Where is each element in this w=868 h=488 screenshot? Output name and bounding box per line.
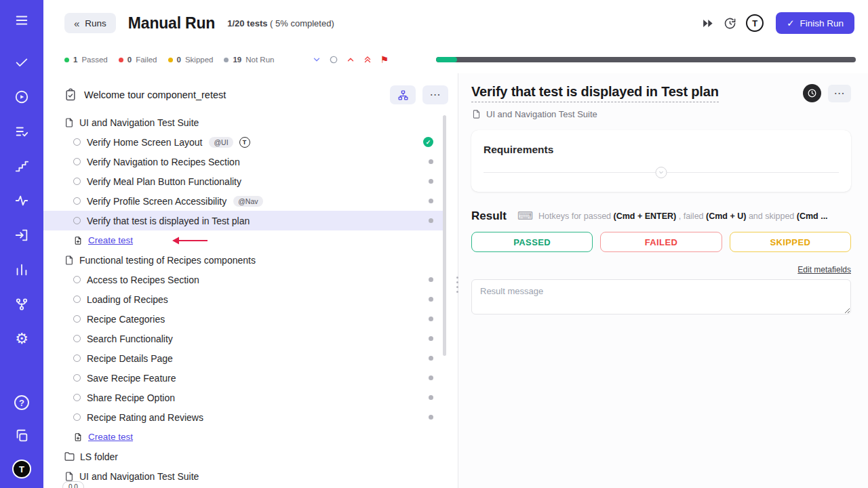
requirements-heading: Requirements bbox=[484, 144, 839, 156]
test-label: Save Recipe Feature bbox=[87, 373, 176, 384]
file-icon bbox=[64, 117, 75, 128]
sign-in-icon[interactable] bbox=[12, 226, 31, 245]
failed-dot-icon bbox=[119, 58, 123, 62]
create-test-link[interactable]: Create test bbox=[88, 235, 133, 245]
keyboard-icon: ⌨ bbox=[517, 211, 533, 222]
create-test-row[interactable]: Create test bbox=[43, 230, 443, 250]
failed-button[interactable]: FAILED bbox=[600, 232, 722, 252]
hotkeys-failed-combo: (Cmd + U) bbox=[706, 211, 746, 221]
suite-row[interactable]: Functional testing of Recipes components bbox=[43, 250, 443, 270]
test-circle-icon bbox=[73, 138, 81, 146]
test-label: Recipe Details Page bbox=[87, 353, 173, 364]
play-circle-icon[interactable] bbox=[12, 87, 31, 106]
folder-row[interactable]: LS folder bbox=[43, 447, 443, 466]
skipped-count: 0 bbox=[177, 56, 181, 64]
list-check-icon[interactable] bbox=[12, 122, 31, 141]
test-row[interactable]: Recipe Rating and Reviews bbox=[43, 407, 443, 427]
suite-row[interactable]: UI and Navigation Test Suite bbox=[43, 466, 443, 486]
legend-failed: 0 Failed bbox=[119, 56, 157, 64]
chevrons-up-icon[interactable] bbox=[363, 55, 372, 64]
finish-run-button[interactable]: ✓ Finish Run bbox=[776, 12, 854, 34]
detail-suite-name: UI and Navigation Test Suite bbox=[486, 109, 597, 119]
suite-title: UI and Navigation Test Suite bbox=[79, 117, 199, 128]
result-message-input[interactable] bbox=[471, 279, 851, 314]
back-to-runs-button[interactable]: « Runs bbox=[64, 13, 116, 33]
automation-badge-icon: T bbox=[239, 137, 250, 148]
suite-title: Functional testing of Recipes components bbox=[79, 255, 256, 266]
test-row-selected[interactable]: Verify that test is displayed in Test pl… bbox=[43, 211, 443, 230]
panel-resize-handle[interactable] bbox=[456, 277, 458, 293]
notrun-count: 19 bbox=[233, 56, 241, 64]
tests-fraction: 1/20 tests bbox=[227, 18, 267, 28]
test-row[interactable]: Recipe Details Page bbox=[43, 348, 443, 368]
test-row[interactable]: Search Functionality bbox=[43, 329, 443, 348]
gear-icon[interactable]: ⚙ bbox=[12, 329, 31, 348]
test-detail-title[interactable]: Verify that test is displayed in Test pl… bbox=[471, 84, 719, 102]
test-row[interactable]: Verify Profile Screen Accessibility @Nav bbox=[43, 191, 443, 211]
passed-check-icon: ✓ bbox=[423, 137, 433, 147]
create-test-link[interactable]: Create test bbox=[88, 432, 133, 442]
check-icon[interactable] bbox=[12, 53, 31, 72]
tree-scrollbar[interactable] bbox=[443, 115, 446, 356]
app: ⚙ ? T « Runs Manual Run 1/20 tests ( 5% … bbox=[0, 0, 868, 488]
test-row[interactable]: Verify Meal Plan Button Functionality bbox=[43, 171, 443, 191]
content: Welcome tour component_retest ⋯ UI and N… bbox=[43, 73, 868, 488]
file-plus-icon bbox=[73, 236, 83, 245]
create-test-row[interactable]: Create test bbox=[43, 427, 443, 447]
test-label: Verify that test is displayed in Test pl… bbox=[87, 216, 250, 226]
run-progress-bar bbox=[436, 57, 856, 62]
test-row[interactable]: Recipe Categories bbox=[43, 309, 443, 329]
test-label: Recipe Categories bbox=[87, 314, 165, 325]
circle-icon[interactable] bbox=[329, 55, 338, 64]
tree-more-button[interactable]: ⋯ bbox=[422, 85, 448, 104]
passed-button[interactable]: PASSED bbox=[471, 232, 593, 252]
tag-chip[interactable]: @Nav bbox=[233, 196, 262, 207]
suite-row[interactable]: UI and Navigation Test Suite bbox=[43, 113, 443, 132]
steps-icon[interactable] bbox=[12, 157, 31, 176]
detail-more-button[interactable]: ⋯ bbox=[828, 85, 851, 102]
passed-count: 1 bbox=[73, 56, 77, 64]
test-circle-icon bbox=[73, 217, 81, 224]
result-heading: Result bbox=[471, 209, 507, 223]
flag-icon[interactable]: ⚑ bbox=[380, 55, 389, 64]
notrun-dot-icon bbox=[429, 297, 433, 302]
file-plus-icon bbox=[73, 432, 83, 442]
copy-icon[interactable] bbox=[12, 426, 31, 445]
passed-label: Passed bbox=[81, 56, 107, 64]
brand-avatar[interactable]: T bbox=[12, 460, 31, 479]
test-label: Search Functionality bbox=[87, 333, 173, 344]
expand-toggle-button[interactable] bbox=[656, 167, 667, 178]
legend-notrun: 19 Not Run bbox=[224, 56, 274, 64]
bar-chart-icon[interactable] bbox=[12, 260, 31, 279]
chevron-up-icon[interactable] bbox=[346, 55, 355, 64]
test-circle-icon bbox=[73, 374, 81, 382]
fast-forward-button[interactable] bbox=[701, 17, 714, 30]
chevrons-left-icon: « bbox=[74, 18, 79, 29]
test-circle-icon bbox=[73, 413, 81, 421]
git-branch-icon[interactable] bbox=[12, 295, 31, 314]
notrun-dot-icon bbox=[429, 277, 433, 282]
skipped-button[interactable]: SKIPPED bbox=[730, 232, 851, 252]
test-row[interactable]: Verify Home Screen Layout @UI T ✓ bbox=[43, 132, 443, 152]
test-row[interactable]: Verify Navigation to Recipes Section bbox=[43, 152, 443, 171]
zoom-badge: 0.0 bbox=[62, 481, 84, 488]
test-row[interactable]: Save Recipe Feature bbox=[43, 368, 443, 388]
activity-icon[interactable] bbox=[12, 191, 31, 210]
tag-chip[interactable]: @UI bbox=[209, 137, 233, 148]
hotkeys-passed-combo: (Cmd + ENTER) bbox=[614, 211, 677, 221]
timer-button[interactable] bbox=[803, 84, 821, 102]
main: « Runs Manual Run 1/20 tests ( 5% comple… bbox=[43, 0, 868, 488]
retry-timer-button[interactable] bbox=[724, 17, 736, 30]
help-icon[interactable]: ? bbox=[12, 393, 31, 412]
test-circle-icon bbox=[73, 158, 81, 165]
topbar: « Runs Manual Run 1/20 tests ( 5% comple… bbox=[43, 0, 868, 46]
test-row[interactable]: Access to Recipes Section bbox=[43, 270, 443, 289]
tree-view-button[interactable] bbox=[390, 85, 416, 104]
chevron-down-icon[interactable] bbox=[312, 55, 321, 64]
test-label: Access to Recipes Section bbox=[87, 274, 199, 285]
hamburger-menu-icon[interactable] bbox=[12, 11, 31, 30]
test-row[interactable]: Loading of Recipes bbox=[43, 289, 443, 309]
test-row[interactable]: Share Recipe Option bbox=[43, 388, 443, 407]
edit-metafields-link[interactable]: Edit metafields bbox=[797, 265, 851, 274]
folder-icon bbox=[64, 451, 75, 462]
